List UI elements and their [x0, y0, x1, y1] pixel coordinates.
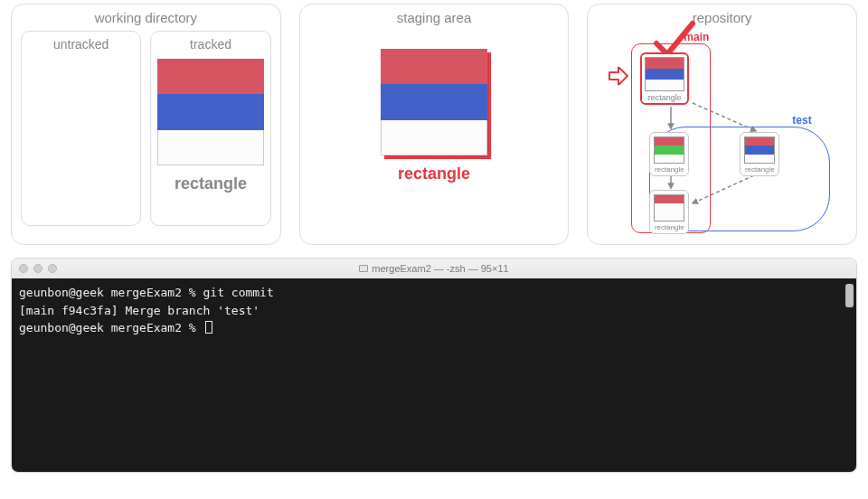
svg-line-2	[693, 103, 754, 130]
arrow-head-to-testtip	[691, 101, 758, 134]
staged-file-label: rectangle	[398, 165, 470, 184]
arrow-testtip-to-base	[691, 174, 758, 206]
cursor-icon	[205, 321, 212, 334]
untracked-title: untracked	[53, 37, 108, 52]
repository-title: repository	[597, 10, 847, 25]
commit-main-prev-label: rectangle	[655, 165, 684, 174]
branch-test-label: test	[792, 114, 811, 127]
working-directory-title: working directory	[21, 10, 271, 25]
tracked-panel: tracked rectangle	[150, 31, 270, 226]
tracked-file-icon	[157, 59, 264, 165]
commit-test-tip-file-icon	[744, 137, 775, 164]
commit-main-prev: rectangle	[649, 132, 689, 176]
commit-head: rectangle	[640, 52, 689, 105]
terminal-title: mergeExam2 — -zsh — 95×11	[12, 263, 856, 274]
commit-base: rectangle	[649, 190, 689, 234]
head-pointer-icon	[608, 67, 629, 85]
working-directory-panel: working directory untracked tracked rect…	[11, 4, 281, 245]
staging-panel: staging area rectangle	[299, 4, 570, 245]
tracked-file-label: rectangle	[175, 174, 247, 193]
commit-main-prev-file-icon	[654, 137, 684, 164]
commit-head-file-icon	[645, 57, 684, 91]
terminal-window: mergeExam2 — -zsh — 95×11 geunbon@geek m…	[11, 258, 857, 473]
folder-icon	[359, 265, 368, 272]
terminal-body[interactable]: geunbon@geek mergeExam2 % git commit [ma…	[12, 278, 856, 472]
commit-base-label: rectangle	[655, 223, 684, 231]
terminal-title-text: mergeExam2 — -zsh — 95×11	[372, 263, 508, 274]
commit-base-file-icon	[654, 194, 684, 221]
terminal-line-3: geunbon@geek mergeExam2 %	[19, 321, 203, 334]
commit-test-tip-label: rectangle	[745, 165, 775, 174]
scrollbar[interactable]	[845, 284, 854, 307]
terminal-line-2: [main f94c3fa] Merge branch 'test'	[19, 304, 259, 317]
commit-head-label: rectangle	[648, 93, 682, 102]
commit-test-tip: rectangle	[740, 132, 779, 176]
arrow-mainprev-to-base	[665, 175, 676, 190]
staging-title: staging area	[309, 10, 560, 25]
terminal-line-1: geunbon@geek mergeExam2 % git commit	[19, 286, 274, 299]
untracked-panel: untracked	[21, 31, 141, 226]
arrow-head-to-mainprev	[665, 107, 676, 130]
repository-panel: repository main test rectangle rectangle	[587, 4, 857, 245]
svg-line-3	[694, 175, 754, 202]
terminal-titlebar: mergeExam2 — -zsh — 95×11	[12, 259, 856, 278]
staged-file-icon	[381, 49, 487, 155]
tracked-title: tracked	[190, 37, 231, 52]
